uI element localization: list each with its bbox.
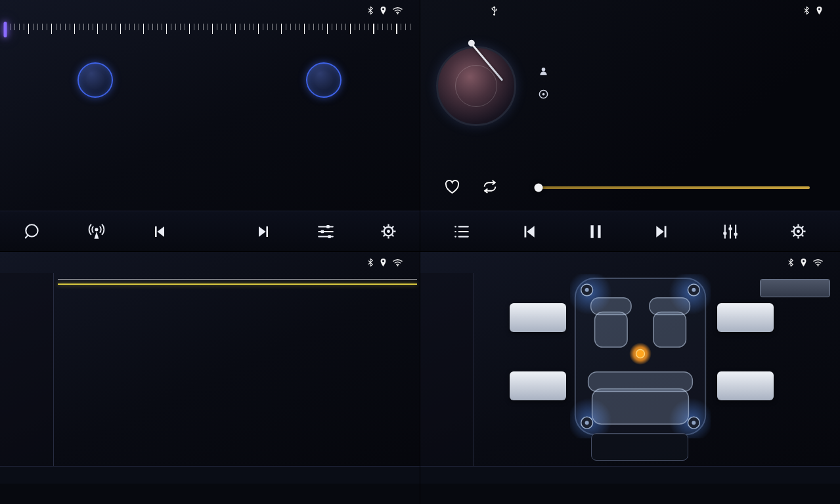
- location-icon: [816, 6, 823, 15]
- gain-scale: [54, 310, 71, 421]
- eq-response-curve: [58, 284, 417, 285]
- vinyl-disc: [436, 46, 516, 126]
- audio-tabs: [0, 466, 420, 484]
- pause-icon[interactable]: [588, 223, 604, 240]
- eq-status-bar: [0, 252, 420, 273]
- player-toolbar: [420, 211, 840, 251]
- decrease-delay-button[interactable]: [663, 434, 688, 460]
- quad-split-display: [0, 0, 840, 504]
- tuner-indicator[interactable]: [4, 22, 7, 37]
- audio-tab-icons: [0, 484, 420, 504]
- tune-up-button[interactable]: [306, 62, 342, 98]
- rear-left-delay-button[interactable]: [510, 371, 566, 400]
- album-art: [436, 46, 516, 126]
- bluetooth-icon: [367, 258, 374, 267]
- audio-tab-icons: [420, 484, 840, 504]
- album-row: [539, 89, 554, 99]
- location-icon: [800, 258, 807, 267]
- bluetooth-icon: [367, 6, 374, 15]
- playback-progress-row: [420, 177, 840, 200]
- ruler-major-ticks: [5, 24, 414, 34]
- front-right-delay-button[interactable]: [717, 303, 774, 332]
- album-disc-icon: [539, 89, 548, 99]
- wifi-icon: [393, 7, 403, 14]
- increase-delay-button[interactable]: [592, 434, 617, 460]
- settings-gear-icon[interactable]: [380, 222, 397, 240]
- next-station-icon[interactable]: [256, 224, 272, 240]
- progress-slider[interactable]: [539, 186, 810, 189]
- artist-icon: [539, 66, 548, 76]
- wifi-icon: [393, 259, 403, 266]
- repeat-icon[interactable]: [481, 179, 499, 197]
- eq-band-sliders: [75, 307, 416, 427]
- frequency-ruler[interactable]: [5, 24, 414, 38]
- radio-toolbar: [0, 211, 420, 251]
- audio-sliders-icon[interactable]: [317, 223, 335, 240]
- radio-status-bar: [0, 0, 420, 21]
- wifi-icon: [813, 259, 823, 266]
- progress-fill: [539, 186, 810, 189]
- favorite-heart-icon[interactable]: [444, 179, 460, 197]
- previous-station-icon[interactable]: [151, 224, 167, 240]
- equalizer-screen: [0, 252, 420, 504]
- artist-row: [539, 66, 554, 76]
- sound-preset-button[interactable]: [760, 279, 830, 297]
- usb-icon: [491, 5, 498, 16]
- front-left-delay-button[interactable]: [510, 303, 566, 332]
- next-track-icon[interactable]: [653, 223, 671, 240]
- surround-sound-screen: [420, 252, 840, 504]
- delay-adjust-bar: [591, 433, 688, 461]
- bluetooth-icon: [803, 6, 810, 15]
- spectrum-visualizer: [642, 56, 824, 146]
- audio-tabs: [420, 466, 840, 484]
- radio-screen: [0, 0, 420, 252]
- surround-status-bar: [420, 252, 840, 273]
- progress-knob[interactable]: [535, 184, 543, 192]
- music-player-screen: [420, 0, 840, 252]
- listening-mode-list: [420, 273, 474, 466]
- settings-gear-icon[interactable]: [789, 222, 807, 240]
- tune-down-button[interactable]: [77, 62, 113, 98]
- broadcast-icon[interactable]: [87, 222, 106, 241]
- eq-preset-list: [0, 273, 54, 466]
- eq-reference-line: [58, 279, 417, 280]
- location-icon: [380, 6, 387, 15]
- scan-icon[interactable]: [22, 222, 42, 242]
- previous-track-icon[interactable]: [520, 223, 537, 240]
- player-status-bar: [420, 0, 840, 21]
- car-cabin-graphic: [570, 274, 711, 438]
- playlist-icon[interactable]: [453, 224, 470, 240]
- rear-right-delay-button[interactable]: [717, 371, 774, 400]
- bluetooth-icon: [787, 258, 794, 267]
- location-icon: [380, 258, 387, 267]
- equalizer-faders-icon[interactable]: [721, 222, 740, 241]
